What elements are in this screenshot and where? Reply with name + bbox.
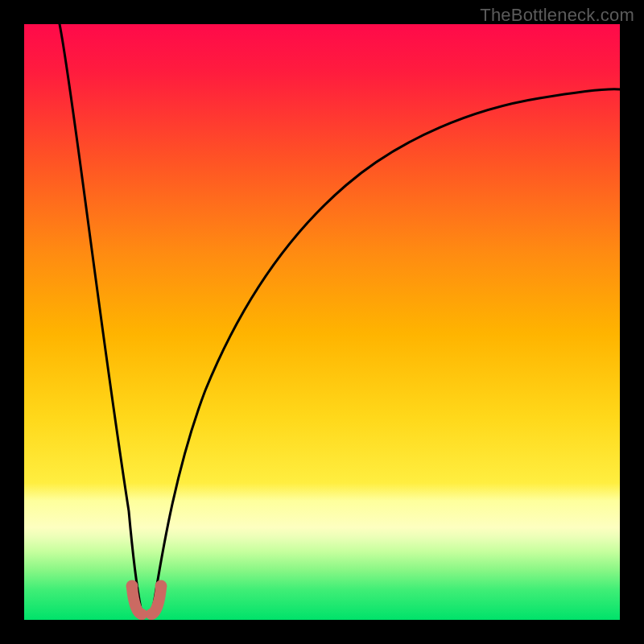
plot-area xyxy=(24,24,620,620)
svg-point-1 xyxy=(155,580,167,592)
watermark-text: TheBottleneck.com xyxy=(480,5,634,26)
svg-point-2 xyxy=(136,609,147,620)
svg-point-3 xyxy=(146,609,157,620)
gradient-background xyxy=(24,24,620,620)
chart-svg xyxy=(24,24,620,620)
chart-frame: TheBottleneck.com xyxy=(0,0,644,644)
svg-point-0 xyxy=(126,580,138,592)
